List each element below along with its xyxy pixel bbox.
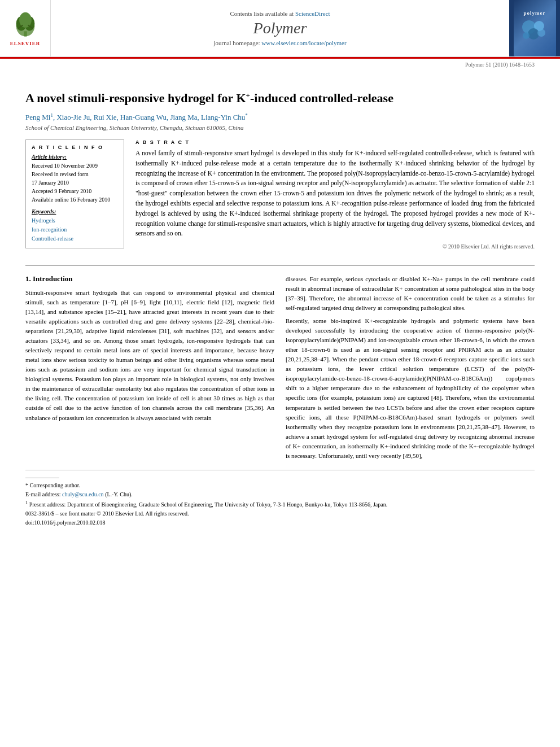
journal-name: Polymer [253, 19, 307, 37]
footnote-email-suffix: (L.-Y. Chu). [105, 491, 133, 497]
footnote-1-text: Present address: Department of Bioengine… [29, 501, 388, 508]
footnote-issn: 0032-3861/$ – see front matter © 2010 El… [25, 509, 535, 518]
section1-heading: 1. Introduction [25, 274, 274, 283]
keywords-section: Keywords: Hydrogels Ion-recognition Cont… [32, 208, 118, 243]
article-info-box: A R T I C L E I N F O Article history: R… [25, 139, 124, 248]
journal-header: ELSEVIER Contents lists available at Sci… [0, 0, 560, 58]
svg-point-9 [528, 28, 539, 40]
polymer-cover-decoration [518, 16, 552, 47]
polymer-logo-right: polymer [509, 0, 560, 56]
polymer-cover-image: polymer [514, 0, 556, 56]
footnote-star: * Corresponding author. [25, 481, 535, 490]
citation-line: Polymer 51 (2010) 1648–1653 [0, 58, 560, 69]
copyright-line: © 2010 Elsevier Ltd. All rights reserved… [135, 243, 535, 250]
svg-point-4 [19, 12, 32, 27]
polymer-cover-title-text: polymer [524, 10, 546, 16]
footnote-email: E-mail address: chuly@scu.edu.cn (L.-Y. … [25, 490, 535, 499]
section1-title: Introduction [33, 274, 73, 283]
footnote-email-link[interactable]: chuly@scu.edu.cn [62, 491, 104, 497]
elsevier-brand-text: ELSEVIER [10, 41, 41, 46]
authors-line: Peng Mi1, Xiao-Jie Ju, Rui Xie, Han-Guan… [25, 112, 535, 122]
elsevier-tree-icon [8, 11, 42, 39]
contents-available-text: Contents lists available at [230, 10, 295, 17]
svg-point-10 [537, 29, 545, 37]
available-online: Available online 16 February 2010 [32, 195, 118, 204]
info-abstract-row: A R T I C L E I N F O Article history: R… [25, 139, 535, 257]
body-left-para1: Stimuli-responsive smart hydrogels that … [25, 288, 274, 423]
author-star: * [245, 112, 248, 118]
svg-point-11 [523, 32, 530, 39]
footnote-star-text: * Corresponding author. [25, 482, 80, 488]
keyword-ion-recognition: Ion-recognition [32, 225, 118, 234]
header-center: Contents lists available at ScienceDirec… [51, 0, 509, 56]
footnotes: * Corresponding author. E-mail address: … [25, 470, 535, 527]
received-revised-label: Received in revised form [32, 170, 118, 178]
header-top: ELSEVIER Contents lists available at Sci… [0, 0, 560, 57]
body-left-col: 1. Introduction Stimuli-responsive smart… [25, 274, 274, 464]
keywords-title: Keywords: [32, 208, 118, 215]
sciencedirect-link[interactable]: ScienceDirect [295, 10, 330, 17]
body-two-col: 1. Introduction Stimuli-responsive smart… [25, 274, 535, 464]
article-info-col: A R T I C L E I N F O Article history: R… [25, 139, 124, 257]
keyword-hydrogels: Hydrogels [32, 216, 118, 225]
section1-number: 1. [25, 274, 31, 283]
title-text-before: A novel stimuli-responsive hydrogel for … [25, 91, 246, 105]
title-sup: + [246, 91, 250, 99]
section-divider [25, 265, 535, 266]
footnote-divider [25, 478, 59, 478]
abstract-text: A novel family of stimuli-responsive sma… [135, 148, 535, 239]
journal-homepage: journal homepage: www.elsevier.com/locat… [213, 40, 346, 46]
title-text-after: -induced controlled-release [250, 91, 393, 105]
author-rest: , Xiao-Jie Ju, Rui Xie, Han-Guang Wu, Ji… [53, 113, 245, 121]
article-page: ELSEVIER Contents lists available at Sci… [0, 0, 560, 747]
keyword-controlled-release: Controlled-release [32, 234, 118, 243]
body-right-para2: Recently, some bio-inspired K+-recogniza… [286, 316, 535, 461]
homepage-link[interactable]: www.elsevier.com/locate/polymer [261, 40, 346, 46]
abstract-col: A B S T R A C T A novel family of stimul… [135, 139, 535, 257]
abstract-label: A B S T R A C T [135, 139, 535, 145]
author-peng-mi: Peng Mi [25, 113, 50, 121]
body-right-para1: diseases. For example, serious cytoclasi… [286, 274, 535, 313]
footnote-1-num: 1 [25, 500, 28, 505]
elsevier-logo: ELSEVIER [0, 0, 51, 56]
revised-date: 17 January 2010 [32, 178, 118, 187]
footnote-doi: doi:10.1016/j.polymer.2010.02.018 [25, 518, 535, 527]
accepted-date: Accepted 9 February 2010 [32, 187, 118, 195]
footnote-1: 1 Present address: Department of Bioengi… [25, 499, 535, 509]
article-info-label: A R T I C L E I N F O [32, 145, 118, 150]
received-date: Received 10 November 2009 [32, 161, 118, 170]
body-right-col: diseases. For example, serious cytoclasi… [286, 274, 535, 464]
affiliation: School of Chemical Engineering, Sichuan … [25, 124, 535, 131]
sciencedirect-line: Contents lists available at ScienceDirec… [230, 10, 330, 17]
article-title: A novel stimuli-responsive hydrogel for … [25, 90, 535, 107]
article-history-title: Article history: [32, 154, 118, 160]
footnote-email-label: E-mail address: [25, 491, 60, 497]
homepage-label: journal homepage: [213, 40, 261, 46]
article-content: A novel stimuli-responsive hydrogel for … [0, 69, 560, 539]
